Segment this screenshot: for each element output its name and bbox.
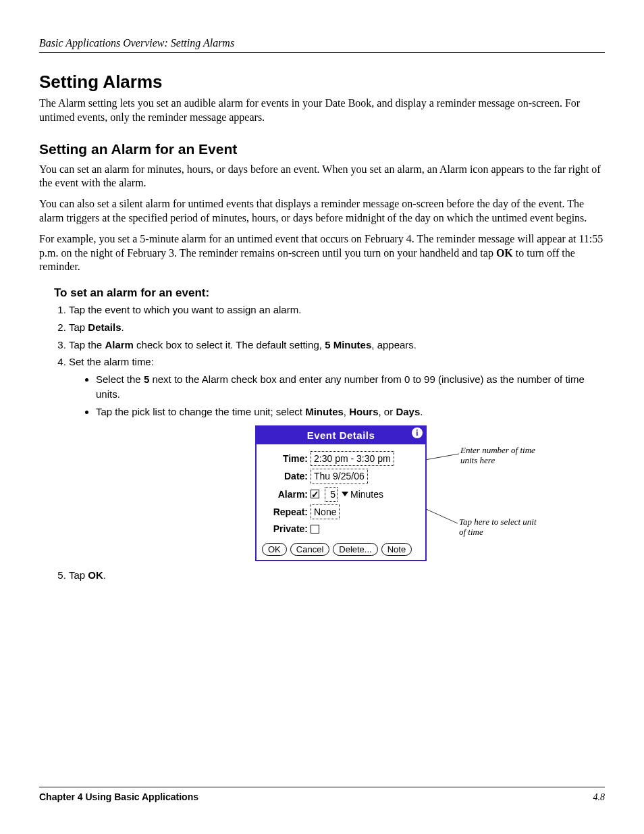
s4-1c: next to the Alarm check box and enter an… [96,373,585,400]
callout-unit: Tap here to select unit of time [459,517,540,538]
step-4: Set the alarm time: Select the 5 next to… [69,355,605,564]
s4-2c: , [344,406,349,417]
s4-1b: 5 [144,373,149,385]
row-repeat: Repeat: None [262,504,420,519]
row-time: Time: 2:30 pm - 3:30 pm [262,451,420,466]
page-footer: Chapter 4 Using Basic Applications 4.8 [39,787,605,803]
step-4-2: Tap the pick list to change the time uni… [96,405,605,419]
dialog-body: Time: 2:30 pm - 3:30 pm Date: Thu 9/25/0… [257,444,425,559]
step-2c: . [122,321,124,333]
step-2: Tap Details. [69,320,605,335]
step-1: Tap the event to which you want to assig… [69,303,605,317]
step-5b: OK [88,569,103,581]
delete-button[interactable]: Delete... [333,543,377,556]
footer-rule [39,787,605,787]
date-value[interactable]: Thu 9/25/06 [311,469,368,484]
step-5c: . [103,569,106,581]
s4-2f: Days [396,406,420,417]
note-button[interactable]: Note [381,543,412,556]
step-4-1: Select the 5 next to the Alarm check box… [96,372,605,402]
row-alarm: Alarm: 5 Minutes [262,487,420,502]
date-label: Date: [262,469,311,483]
steps-list: Tap the event to which you want to assig… [54,303,605,583]
header-rule [39,52,605,53]
step-3c: check box to select it. The default sett… [134,339,325,350]
s4-2e: , or [379,406,396,417]
row-date: Date: Thu 9/25/06 [262,469,420,484]
private-checkbox[interactable] [311,525,319,533]
figure: Event Details i Time: 2:30 pm - 3:30 pm … [177,425,644,564]
p3-ok: OK [496,247,513,259]
chevron-down-icon[interactable] [342,492,348,496]
step-3: Tap the Alarm check box to select it. Th… [69,338,605,353]
step-5a: Tap [69,569,88,581]
info-icon[interactable]: i [412,427,423,438]
step-3b: Alarm [105,339,134,350]
step-4-text: Set the alarm time: [69,356,154,367]
footer-page-number: 4.8 [593,792,606,803]
dialog-title-bar: Event Details i [257,427,425,444]
running-header: Basic Applications Overview: Setting Ala… [39,37,605,49]
step-4-sublist: Select the 5 next to the Alarm check box… [82,372,605,419]
step-3e: , appears. [371,339,417,350]
s4-1a: Select the [96,373,144,385]
alarm-checkbox[interactable] [311,490,319,498]
alarm-number-field[interactable]: 5 [325,487,338,502]
row-private: Private: [262,522,420,536]
step-3d: 5 Minutes [325,339,371,350]
footer-chapter: Chapter 4 Using Basic Applications [39,791,198,802]
dialog-title-text: Event Details [307,429,375,441]
dialog-buttons: OK Cancel Delete... Note [262,543,420,556]
repeat-label: Repeat: [262,505,311,519]
subsection-title: Setting an Alarm for an Event [39,141,605,157]
task-title: To set an alarm for an event: [54,286,605,300]
private-label: Private: [262,522,311,536]
s4-2d: Hours [349,406,378,417]
event-details-dialog: Event Details i Time: 2:30 pm - 3:30 pm … [255,425,427,561]
repeat-value[interactable]: None [311,504,340,519]
step-5: Tap OK. [69,568,605,583]
body-paragraph-3: For example, you set a 5-minute alarm fo… [39,232,605,274]
intro-paragraph: The Alarm setting lets you set an audibl… [39,97,605,125]
body-paragraph-1: You can set an alarm for minutes, hours,… [39,163,605,191]
step-2b: Details [88,321,121,333]
time-value[interactable]: 2:30 pm - 3:30 pm [311,451,394,466]
alarm-label: Alarm: [262,488,311,501]
step-2a: Tap [69,321,88,333]
s4-2g: . [420,406,423,417]
page-title: Setting Alarms [39,72,605,93]
body-paragraph-2: You can also set a silent alarm for unti… [39,197,605,226]
s4-2a: Tap the pick list to change the time uni… [96,406,305,417]
cancel-button[interactable]: Cancel [290,543,329,556]
s4-2b: Minutes [305,406,344,417]
step-3a: Tap the [69,339,105,350]
time-label: Time: [262,452,311,465]
callout-number: Enter number of time units here [460,446,541,466]
ok-button[interactable]: OK [262,543,287,556]
alarm-unit-picklist[interactable]: Minutes [350,488,383,501]
